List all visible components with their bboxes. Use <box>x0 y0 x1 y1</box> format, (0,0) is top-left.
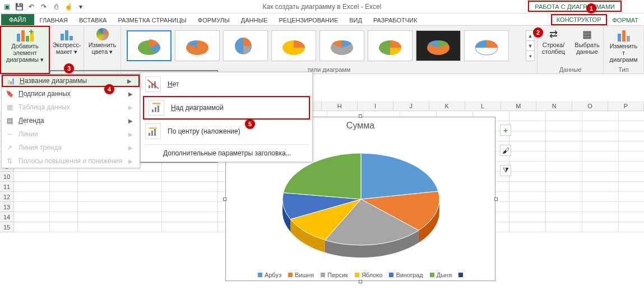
undo-icon[interactable]: ↶ <box>27 2 36 11</box>
chart-styles-button[interactable]: 🖌 <box>500 145 511 156</box>
cell[interactable] <box>50 192 78 202</box>
new-icon[interactable]: ▾ <box>76 2 85 11</box>
tab-review[interactable]: РЕЦЕНЗИРОВАНИЕ <box>273 15 344 25</box>
cell[interactable] <box>582 162 619 172</box>
print-icon[interactable]: ⎙ <box>52 2 61 11</box>
cell[interactable] <box>162 182 218 192</box>
col-header[interactable]: N <box>536 101 572 111</box>
cell[interactable] <box>619 131 644 141</box>
cell[interactable] <box>162 212 218 222</box>
cell[interactable] <box>582 202 619 212</box>
cell[interactable] <box>14 222 50 232</box>
resize-handle[interactable] <box>359 114 362 118</box>
legend-item[interactable] <box>458 272 463 278</box>
cell[interactable] <box>509 151 546 162</box>
tab-format[interactable]: ФОРМАТ <box>607 15 645 25</box>
change-chart-type-button[interactable]: Изменить т диаграмм <box>606 27 641 64</box>
cell[interactable] <box>162 202 218 212</box>
add-chart-element-button[interactable]: + Добавить элемент диаграммы ▾ <box>0 26 50 74</box>
title-above-chart[interactable]: Над диаграммой <box>143 96 310 120</box>
gallery-more-icon[interactable]: ▾ <box>526 51 534 61</box>
cell[interactable] <box>619 121 644 131</box>
cell[interactable] <box>619 192 644 202</box>
cell[interactable] <box>619 202 644 212</box>
cell[interactable] <box>14 192 50 202</box>
cell[interactable] <box>509 212 546 222</box>
cell[interactable] <box>509 141 546 151</box>
cell[interactable] <box>509 172 546 182</box>
row-header[interactable]: 10 <box>0 172 13 182</box>
cell[interactable] <box>50 212 78 222</box>
touch-icon[interactable]: ☝ <box>64 2 73 11</box>
cell[interactable] <box>509 131 546 141</box>
cell[interactable] <box>78 172 162 182</box>
chart-style-4[interactable] <box>271 30 316 61</box>
cell[interactable] <box>50 222 78 232</box>
col-header[interactable]: K <box>429 101 465 111</box>
cell[interactable] <box>582 141 619 151</box>
chart-elements-button[interactable]: + <box>500 125 511 136</box>
cell[interactable] <box>619 212 644 222</box>
legend-item[interactable]: Дыня <box>430 272 452 278</box>
cell[interactable] <box>78 222 162 232</box>
chart-style-5[interactable] <box>319 30 364 61</box>
cell[interactable] <box>50 182 78 192</box>
cell[interactable] <box>546 182 582 192</box>
cell[interactable] <box>546 141 582 151</box>
tab-design[interactable]: КОНСТРУКТОР <box>551 14 607 25</box>
cell[interactable] <box>78 212 162 222</box>
cell[interactable] <box>14 172 50 182</box>
col-header[interactable]: I <box>358 101 393 111</box>
menu-legend[interactable]: ▤ Легенда ▶ <box>2 114 140 127</box>
cell[interactable] <box>546 121 582 131</box>
row-header[interactable]: 12 <box>0 192 13 202</box>
cell[interactable] <box>162 172 218 182</box>
col-header[interactable]: M <box>501 101 537 111</box>
cell[interactable] <box>162 222 218 232</box>
resize-handle[interactable] <box>359 280 362 283</box>
cell[interactable] <box>582 222 619 232</box>
cell[interactable] <box>509 162 546 172</box>
cell[interactable] <box>619 162 644 172</box>
cell[interactable] <box>582 172 619 182</box>
cell[interactable] <box>14 202 50 212</box>
cell[interactable] <box>162 192 218 202</box>
cell[interactable] <box>509 192 546 202</box>
col-header[interactable]: P <box>608 101 644 111</box>
cell[interactable] <box>14 212 50 222</box>
cell[interactable] <box>509 222 546 232</box>
resize-handle[interactable] <box>494 197 498 201</box>
cell[interactable] <box>546 212 582 222</box>
title-centered-overlay[interactable]: По центру (наложение) <box>141 120 312 143</box>
cell[interactable] <box>509 182 546 192</box>
chart-style-6[interactable] <box>368 30 413 61</box>
cell[interactable] <box>509 121 546 131</box>
change-colors-button[interactable]: Изменить цвета ▾ <box>86 27 119 56</box>
cell[interactable] <box>546 172 582 182</box>
cell[interactable] <box>546 111 582 121</box>
tab-file[interactable]: ФАЙЛ <box>1 14 34 25</box>
cell[interactable] <box>619 141 644 151</box>
cell[interactable] <box>582 111 619 121</box>
cell[interactable] <box>582 192 619 202</box>
cell[interactable] <box>582 131 619 141</box>
menu-chart-title[interactable]: 📊 Название диаграммы ▶ <box>2 75 140 87</box>
cell[interactable] <box>619 222 644 232</box>
cell[interactable] <box>78 202 162 212</box>
cell[interactable] <box>162 162 218 172</box>
legend-item[interactable]: Виноград <box>389 272 423 278</box>
cell[interactable] <box>582 151 619 162</box>
gallery-down-icon[interactable]: ▼ <box>526 41 534 51</box>
row-header[interactable]: 15 <box>0 222 13 232</box>
col-header[interactable]: J <box>393 101 429 111</box>
cell[interactable] <box>78 192 162 202</box>
title-none[interactable]: Нет <box>141 72 312 96</box>
cell[interactable] <box>50 172 78 182</box>
tab-developer[interactable]: РАЗРАБОТЧИК <box>368 15 423 25</box>
cell[interactable] <box>509 111 546 121</box>
cell[interactable] <box>582 212 619 222</box>
tab-home[interactable]: ГЛАВНАЯ <box>34 15 73 25</box>
tab-view[interactable]: ВИД <box>344 15 368 25</box>
resize-handle[interactable] <box>223 197 226 201</box>
col-header[interactable]: L <box>465 101 501 111</box>
